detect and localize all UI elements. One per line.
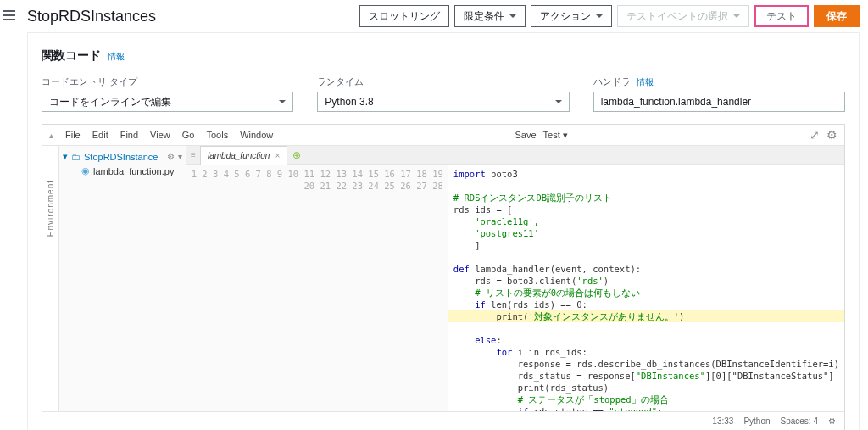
handler-info-link[interactable]: 情報 — [637, 77, 654, 87]
code-entry-select[interactable]: コードをインラインで編集 — [42, 92, 293, 112]
test-button[interactable]: テスト — [754, 5, 809, 27]
status-gear-icon[interactable]: ⚙ — [828, 416, 836, 426]
ide-menubar: ▴ File Edit Find View Go Tools Window Sa… — [42, 125, 844, 146]
menu-file[interactable]: File — [65, 130, 81, 140]
tree-root[interactable]: ▾ 🗀 StopRDSInstance ⚙ ▾ — [63, 151, 182, 162]
page-header: StopRDSInstances スロットリング 限定条件 アクション テストイ… — [27, 5, 860, 27]
menu-view[interactable]: View — [150, 130, 170, 140]
code-area[interactable]: 1 2 3 4 5 6 7 8 9 10 11 12 13 14 15 16 1… — [186, 165, 844, 411]
menu-tools[interactable]: Tools — [206, 130, 228, 140]
tree-file-item[interactable]: ◉ lambda_function.py — [63, 165, 182, 176]
header-actions: スロットリング 限定条件 アクション テストイベントの選択 テスト 保存 — [359, 5, 860, 27]
code-entry-col: コードエントリ タイプ コードをインラインで編集 — [42, 75, 293, 112]
page-title: StopRDSInstances — [27, 8, 156, 25]
runtime-value: Python 3.8 — [325, 96, 373, 108]
section-title: 関数コード 情報 — [42, 42, 845, 75]
throttling-button[interactable]: スロットリング — [359, 5, 449, 27]
test-events-dropdown[interactable]: テストイベントの選択 — [617, 5, 749, 27]
qualifiers-dropdown[interactable]: 限定条件 — [454, 5, 526, 27]
editor-tab[interactable]: lambda_function × — [200, 146, 287, 165]
ide-test-button[interactable]: Test ▾ — [543, 130, 568, 141]
menu-window[interactable]: Window — [240, 130, 273, 140]
fullscreen-icon[interactable]: ⤢ — [810, 128, 820, 142]
collapse-icon[interactable]: ▴ — [49, 131, 53, 140]
handler-input[interactable] — [593, 92, 845, 112]
environment-tab-label: Environment — [46, 180, 55, 237]
hamburger-menu-icon[interactable] — [2, 8, 17, 22]
handler-label-text: ハンドラ — [593, 76, 631, 87]
new-tab-icon[interactable]: ⊕ — [292, 149, 301, 161]
file-tree: ▾ 🗀 StopRDSInstance ⚙ ▾ ◉ lambda_functio… — [59, 146, 186, 411]
tree-gear-icon[interactable]: ⚙ — [167, 152, 175, 161]
close-icon[interactable]: × — [275, 151, 280, 160]
handler-label: ハンドラ 情報 — [593, 75, 845, 88]
runtime-label: ランタイム — [317, 75, 569, 88]
code-entry-value: コードをインラインで編集 — [49, 95, 171, 109]
actions-dropdown[interactable]: アクション — [531, 5, 612, 27]
runtime-col: ランタイム Python 3.8 — [317, 75, 569, 112]
menu-edit[interactable]: Edit — [92, 130, 108, 140]
menu-go[interactable]: Go — [182, 130, 195, 140]
chevron-down-icon: ▾ — [63, 151, 68, 162]
config-row: コードエントリ タイプ コードをインラインで編集 ランタイム Python 3.… — [42, 75, 845, 112]
code-content[interactable]: import boto3 # RDSインスタンスDB識別子のリスト rds_id… — [448, 165, 844, 411]
ide-save-button[interactable]: Save — [515, 130, 536, 140]
menu-find[interactable]: Find — [120, 130, 138, 140]
tree-file-name: lambda_function.py — [93, 166, 174, 176]
handler-col: ハンドラ 情報 — [593, 75, 845, 112]
environment-tab[interactable]: Environment — [42, 146, 59, 411]
code-editor: ▴ File Edit Find View Go Tools Window Sa… — [42, 124, 845, 430]
language-mode[interactable]: Python — [743, 416, 770, 426]
file-icon: ◉ — [81, 165, 90, 176]
section-title-text: 関数コード — [42, 48, 101, 62]
tab-handle-icon[interactable]: ≡ — [186, 150, 200, 159]
editor-pane: ≡ lambda_function × ⊕ 1 2 3 4 5 6 7 8 9 … — [186, 146, 844, 411]
line-gutter: 1 2 3 4 5 6 7 8 9 10 11 12 13 14 15 16 1… — [186, 165, 448, 411]
function-code-panel: 関数コード 情報 コードエントリ タイプ コードをインラインで編集 ランタイム … — [27, 32, 860, 430]
tab-bar: ≡ lambda_function × ⊕ — [186, 146, 844, 165]
tree-root-name: StopRDSInstance — [84, 152, 158, 162]
indent-mode[interactable]: Spaces: 4 — [781, 416, 818, 426]
ide-status-bar: 13:33 Python Spaces: 4 ⚙ — [42, 411, 844, 430]
runtime-select[interactable]: Python 3.8 — [317, 92, 569, 112]
cursor-position: 13:33 — [712, 416, 733, 426]
code-entry-label: コードエントリ タイプ — [42, 75, 293, 88]
ide-test-label: Test — [543, 130, 560, 140]
save-button[interactable]: 保存 — [814, 5, 860, 27]
gear-icon[interactable]: ⚙ — [826, 128, 837, 142]
main-content: StopRDSInstances スロットリング 限定条件 アクション テストイ… — [19, 0, 868, 430]
tree-menu-icon[interactable]: ▾ — [178, 152, 182, 161]
ide-body: Environment ▾ 🗀 StopRDSInstance ⚙ ▾ ◉ — [42, 146, 844, 411]
folder-icon: 🗀 — [71, 152, 81, 162]
section-info-link[interactable]: 情報 — [108, 52, 125, 61]
editor-tab-label: lambda_function — [208, 151, 270, 160]
